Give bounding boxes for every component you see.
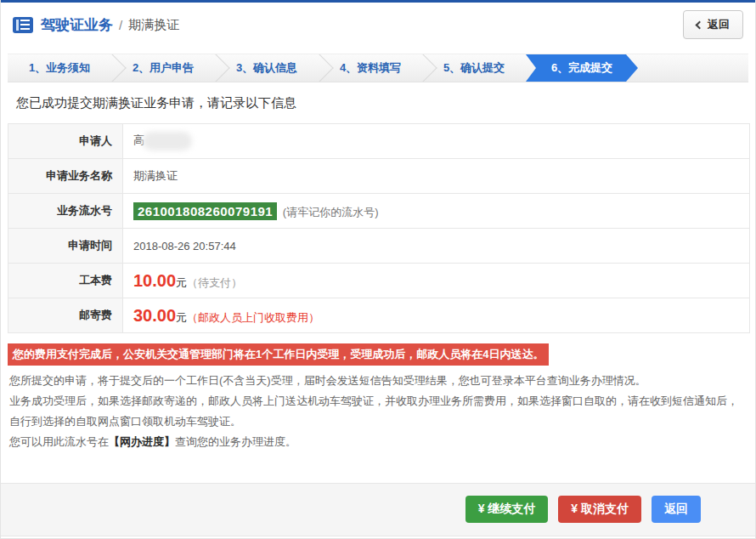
step-5-confirm-submit[interactable]: 5、确认提交 bbox=[422, 54, 526, 82]
row-label: 申请时间 bbox=[8, 229, 123, 264]
application-info-table: 申请人 高 申请业务名称 期满换证 业务流水号 2610018082600791… bbox=[8, 123, 750, 333]
row-label: 工本费 bbox=[8, 264, 123, 298]
success-message: 您已成功提交期满换证业务申请，请记录以下信息 bbox=[1, 82, 755, 121]
page: 驾驶证业务 / 期满换证 返回 1、业务须知 2、用户申告 3、确认信息 4、资… bbox=[0, 0, 756, 539]
cancel-pay-button[interactable]: ¥ 取消支付 bbox=[558, 496, 641, 523]
step-4-fill-data[interactable]: 4、资料填写 bbox=[319, 54, 422, 82]
row-label: 申请业务名称 bbox=[8, 159, 123, 194]
applicant-value-cell: 高 bbox=[123, 124, 750, 159]
chevron-left-icon bbox=[696, 20, 704, 29]
back-button-label: 返回 bbox=[708, 17, 730, 32]
note-paragraph-progress: 您可以用此流水号在【网办进度】查询您的业务办理进度。 bbox=[9, 432, 747, 452]
work-fee-value-cell: 10.00元（待支付） bbox=[123, 264, 750, 298]
note-paragraph-2: 业务成功受理后，如果选择邮政寄递的，邮政人员将上门送达机动车驾驶证，并收取办理业… bbox=[9, 391, 747, 432]
document-list-icon bbox=[13, 17, 33, 33]
serial-number-badge: 261001808260079191 bbox=[133, 202, 277, 220]
serial-note: (请牢记你的流水号) bbox=[283, 206, 379, 218]
continue-pay-button[interactable]: ¥ 继续支付 bbox=[465, 496, 549, 523]
table-row-post-fee: 邮寄费 30.00元（邮政人员上门收取费用） bbox=[8, 298, 750, 333]
post-fee-value-cell: 30.00元（邮政人员上门收取费用） bbox=[123, 298, 750, 333]
table-row-applicant: 申请人 高 bbox=[8, 124, 750, 159]
note-paragraph-1: 您所提交的申请，将于提交后的一个工作日(不含当天)受理，届时会发送短信告知受理结… bbox=[9, 371, 747, 391]
row-label: 邮寄费 bbox=[8, 298, 123, 333]
footer-action-bar: ¥ 继续支付 ¥ 取消支付 返回 bbox=[1, 483, 755, 536]
back-button-bottom[interactable]: 返回 bbox=[652, 496, 701, 523]
redacted-name-blur bbox=[143, 132, 192, 150]
progress-note-suffix: 查询您的业务办理进度。 bbox=[175, 435, 296, 448]
breadcrumb-separator: / bbox=[119, 18, 122, 32]
table-row-business-name: 申请业务名称 期满换证 bbox=[8, 159, 750, 194]
step-progress-bar: 1、业务须知 2、用户申告 3、确认信息 4、资料填写 5、确认提交 6、完成提… bbox=[8, 54, 748, 82]
work-fee-note: （待支付） bbox=[187, 276, 242, 289]
step-3-confirm-info[interactable]: 3、确认信息 bbox=[215, 54, 319, 82]
row-label: 业务流水号 bbox=[8, 194, 123, 229]
progress-note-prefix: 您可以用此流水号在 bbox=[9, 435, 109, 448]
post-fee-amount: 30.00 bbox=[133, 306, 176, 325]
work-fee-unit: 元 bbox=[176, 276, 187, 289]
table-row-serial: 业务流水号 261001808260079191 (请牢记你的流水号) bbox=[8, 194, 750, 229]
step-2-user-declaration[interactable]: 2、用户申告 bbox=[111, 54, 215, 82]
header: 驾驶证业务 / 期满换证 返回 bbox=[1, 3, 755, 47]
notes-section: 您所提交的申请，将于提交后的一个工作日(不含当天)受理，届时会发送短信告知受理结… bbox=[9, 371, 747, 452]
page-title: 驾驶证业务 bbox=[41, 15, 113, 35]
post-fee-unit: 元 bbox=[176, 311, 187, 324]
table-row-apply-time: 申请时间 2018-08-26 20:57:44 bbox=[8, 229, 750, 264]
step-1-business-notice[interactable]: 1、业务须知 bbox=[8, 54, 111, 82]
step-6-complete-submit-active: 6、完成提交 bbox=[526, 54, 638, 82]
table-row-work-fee: 工本费 10.00元（待支付） bbox=[8, 264, 750, 298]
business-name-value: 期满换证 bbox=[123, 159, 750, 194]
main-content: 您已成功提交期满换证业务申请，请记录以下信息 申请人 高 申请业务名称 期满换证… bbox=[1, 82, 755, 483]
apply-time-value: 2018-08-26 20:57:44 bbox=[123, 229, 750, 264]
post-fee-note: （邮政人员上门收取费用） bbox=[187, 311, 319, 324]
breadcrumb-current: 期满换证 bbox=[128, 17, 179, 33]
warning-banner-wrap: 您的费用支付完成后，公安机关交通管理部门将在1个工作日内受理，受理成功后，邮政人… bbox=[8, 343, 748, 366]
row-label: 申请人 bbox=[8, 124, 123, 159]
work-fee-amount: 10.00 bbox=[133, 271, 176, 290]
serial-value-cell: 261001808260079191 (请牢记你的流水号) bbox=[123, 194, 750, 229]
back-button-top[interactable]: 返回 bbox=[683, 10, 743, 39]
warning-banner: 您的费用支付完成后，公安机关交通管理部门将在1个工作日内受理，受理成功后，邮政人… bbox=[8, 343, 549, 366]
progress-note-highlight: 【网办进度】 bbox=[109, 435, 175, 448]
